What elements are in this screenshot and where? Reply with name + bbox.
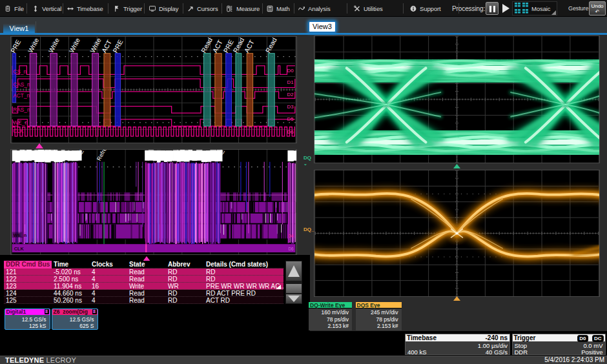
svg-text:D4: D4 <box>288 234 294 238</box>
svg-text:CS_n: CS_n <box>13 68 26 74</box>
svg-text:D1: D1 <box>287 79 293 85</box>
svg-text:D6: D6 <box>288 247 294 251</box>
svg-text:D2: D2 <box>287 92 293 97</box>
svg-text:D3: D3 <box>287 104 294 110</box>
svg-text:WE_n: WE_n <box>13 119 28 125</box>
svg-text:D5: D5 <box>287 116 294 122</box>
svg-text:D0: D0 <box>287 67 294 73</box>
svg-text:CLK: CLK <box>14 246 25 252</box>
svg-text:D6: D6 <box>287 128 294 134</box>
svg-text:RAS_n: RAS_n <box>13 106 30 112</box>
svg-text:CAS_n: CAS_n <box>13 81 30 88</box>
svg-text:CLK: CLK <box>13 128 24 134</box>
svg-text:ACT_n: ACT_n <box>13 92 30 99</box>
